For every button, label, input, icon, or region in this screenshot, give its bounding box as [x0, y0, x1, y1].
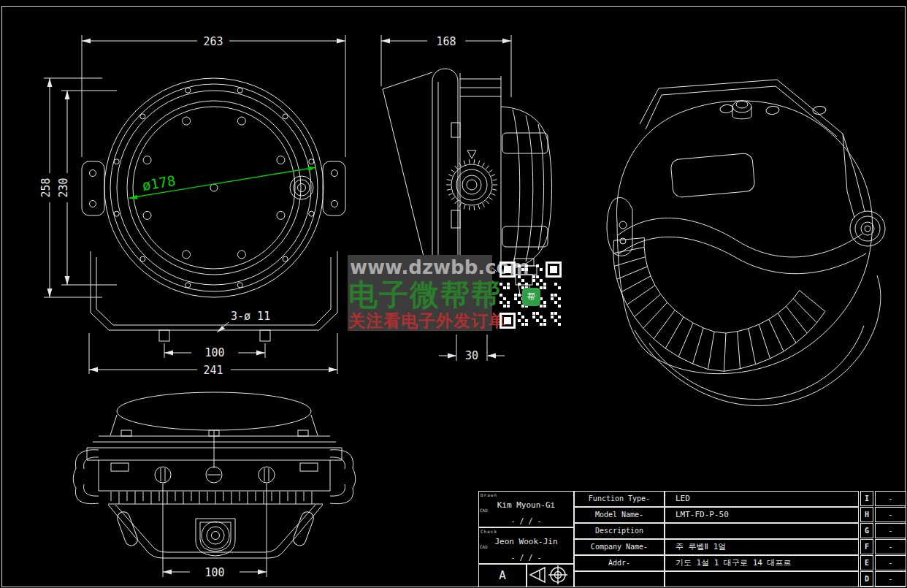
- watermark-brand: 电子微帮帮: [348, 275, 502, 315]
- drawn-by-cell: Drawn CAD Kim Myoun-Gi - / / -: [478, 491, 574, 527]
- qr-finder-icon: [500, 261, 516, 278]
- field-value: [665, 571, 859, 587]
- front-left-ear: [82, 161, 104, 215]
- field-value: [665, 523, 859, 539]
- title-block: Drawn CAD Kim Myoun-Gi - / / - Check CAD…: [478, 489, 907, 588]
- dim-lens-diameter: ø178: [141, 172, 177, 194]
- field-value: 주 루벨Ⅱ 1얼: [665, 539, 859, 555]
- dim-side-foot: 30: [465, 349, 478, 362]
- revision-mark: G: [860, 523, 873, 538]
- checked-by-cell: Check CAD Jeon Wook-Jin - / / -: [478, 527, 574, 564]
- bottom-junction-box: [196, 519, 235, 556]
- dim-mount-holes: 3-ø 11: [231, 310, 270, 323]
- field-value: LMT-FD-P-50: [665, 507, 859, 523]
- dim-foot-spacing: 100: [204, 346, 224, 359]
- bottom-view: [73, 392, 356, 558]
- field-label: Description: [574, 523, 665, 539]
- revision-note: -: [875, 555, 906, 570]
- isometric-view: [607, 80, 885, 405]
- front-right-ear: [323, 161, 345, 215]
- side-knob: [446, 159, 497, 210]
- qr-finder-icon: [546, 261, 562, 278]
- projection-symbol-icon: [527, 565, 571, 585]
- dim-side-depth: 168: [436, 35, 456, 48]
- revision-note: -: [875, 539, 906, 554]
- bottom-dome: [117, 392, 311, 430]
- field-label: Company Name-: [574, 539, 665, 555]
- bottom-right-ear: [330, 450, 356, 504]
- iso-bottom-rim: [635, 275, 881, 405]
- iso-left-ear: [607, 198, 632, 256]
- checked-date: - / / -: [479, 554, 573, 562]
- bottom-left-ear: [73, 450, 99, 504]
- iso-right-knob: [850, 211, 885, 246]
- drawn-date: - / / -: [479, 517, 573, 525]
- cad-label: CAD: [480, 508, 488, 513]
- field-label: Addr-: [574, 555, 665, 571]
- revision-note: -: [875, 507, 906, 522]
- sheet-size-cell: A: [478, 564, 527, 587]
- qr-finder-icon: [500, 313, 516, 329]
- cad-label: CAD: [480, 544, 488, 549]
- cad-sheet: 263 258 230 241 100 3-ø 11 ø178: [0, 0, 907, 588]
- field-value: 기도 1설 1 대구로 14 대프르: [665, 555, 859, 571]
- revision-note: -: [875, 523, 906, 538]
- checked-by-label: Check: [481, 529, 497, 534]
- front-lens-diameter-dim: ø178: [129, 167, 316, 199]
- field-label: Function Type-: [574, 491, 665, 507]
- field-label: Model Name-: [574, 507, 665, 523]
- dim-front-height: 258: [39, 177, 53, 197]
- dim-front-bezel-height: 230: [57, 177, 70, 197]
- iso-mount-bracket: [640, 80, 847, 191]
- revision-mark: D: [860, 571, 873, 587]
- front-adjust-knob: [290, 176, 313, 199]
- side-housing: [501, 107, 552, 270]
- dim-base-width: 241: [203, 364, 223, 377]
- qr-center-logo: 帮: [522, 288, 540, 306]
- dim-bottom-mount-spacing: 100: [204, 566, 224, 579]
- revision-note: -: [875, 491, 906, 506]
- bottom-screws: [155, 467, 275, 483]
- watermark-slogan: 关注看电子外发订单: [348, 310, 506, 332]
- side-marker-triangle: [467, 150, 476, 159]
- field-label: [574, 571, 665, 587]
- revision-mark: E: [860, 555, 873, 570]
- iso-label-recess: [670, 153, 755, 198]
- qr-code: 帮: [500, 261, 562, 329]
- revision-mark: H: [860, 507, 873, 522]
- iso-heatsink-fins: [613, 238, 825, 372]
- iso-body: [617, 101, 873, 374]
- revision-mark: F: [860, 539, 873, 554]
- dim-front-width: 263: [203, 35, 223, 48]
- revision-mark: I: [860, 491, 873, 506]
- front-view: [82, 78, 345, 341]
- revision-note: -: [875, 571, 906, 587]
- drawn-by-label: Drawn: [481, 492, 497, 497]
- projection-symbol-cell: [527, 564, 574, 587]
- field-value: LED: [665, 491, 859, 507]
- front-base-bracket: [91, 251, 337, 341]
- bottom-fin-edges: [111, 492, 312, 504]
